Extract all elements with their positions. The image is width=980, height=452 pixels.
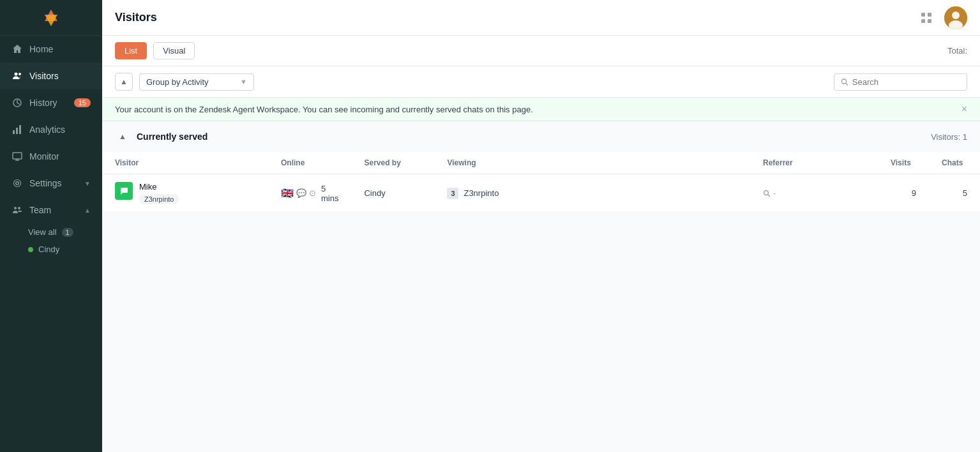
alert-message: Your account is on the Zendesk Agent Wor… <box>115 105 533 114</box>
total-label: Total: <box>947 46 967 56</box>
svg-point-2 <box>15 73 18 76</box>
referrer-cell: - <box>750 174 878 213</box>
collapse-button[interactable]: ▲ <box>115 73 133 91</box>
search-input[interactable] <box>852 77 960 87</box>
svg-point-20 <box>764 190 769 195</box>
col-chats: Chats <box>929 152 980 174</box>
sidebar-item-home-label: Home <box>29 44 91 54</box>
visits-value: 9 <box>912 188 916 198</box>
visits-cell: 9 <box>878 174 929 213</box>
visitor-cell: Mike Z3nrpinto <box>102 174 268 213</box>
history-icon <box>11 97 23 109</box>
section-header: ▲ Currently served Visitors: 1 <box>102 121 980 152</box>
team-icon <box>11 204 23 216</box>
viewing-page: Z3nrpinto <box>464 188 499 198</box>
settings-arrow-icon: ▼ <box>84 180 91 187</box>
col-visits: Visits <box>878 152 929 174</box>
status-icons: 🇬🇧 💬 ⊙ 5 mins <box>281 184 338 203</box>
settings-icon <box>11 177 23 189</box>
svg-line-21 <box>768 194 771 197</box>
visitors-icon <box>11 70 23 82</box>
app-logo-icon <box>40 10 63 26</box>
sidebar-item-analytics[interactable]: Analytics <box>0 116 102 143</box>
grid-view-button[interactable] <box>916 8 937 28</box>
sidebar-item-settings-label: Settings <box>29 178 78 188</box>
referrer-search-icon <box>763 190 771 197</box>
group-by-dropdown[interactable]: Group by Activity ▼ <box>139 73 254 91</box>
search-box[interactable] <box>834 73 967 91</box>
search-icon <box>841 78 848 86</box>
chats-value: 5 <box>963 188 967 198</box>
alert-close-button[interactable]: × <box>961 104 967 114</box>
team-arrow-icon: ▲ <box>84 207 91 214</box>
team-cindy[interactable]: Cindy <box>0 241 102 258</box>
online-dot-icon <box>28 247 33 252</box>
grid-icon <box>921 12 932 24</box>
referrer-value: - <box>773 188 776 198</box>
col-viewing: Viewing <box>434 152 750 174</box>
col-visitor: Visitor <box>102 152 268 174</box>
sidebar-item-settings[interactable]: Settings ▼ <box>0 170 102 197</box>
sidebar-item-analytics-label: Analytics <box>29 124 91 135</box>
sidebar-item-history[interactable]: History 15 <box>0 89 102 116</box>
user-avatar[interactable] <box>944 6 967 29</box>
table-row[interactable]: Mike Z3nrpinto 🇬🇧 💬 ⊙ 5 mins <box>102 174 980 213</box>
page-title: Visitors <box>115 11 157 24</box>
col-referrer: Referrer <box>750 152 878 174</box>
sidebar-item-team[interactable]: Team ▲ <box>0 197 102 223</box>
dropdown-chevron-icon: ▼ <box>240 78 247 86</box>
home-icon <box>11 43 23 55</box>
svg-point-16 <box>952 11 960 19</box>
svg-rect-12 <box>928 13 931 17</box>
svg-rect-14 <box>928 19 931 23</box>
circle-icon: ⊙ <box>309 188 316 198</box>
header-right <box>916 6 967 29</box>
visitor-tag: Z3nrpinto <box>139 194 179 204</box>
content-area: ▲ Currently served Visitors: 1 Visitor O… <box>102 121 980 452</box>
section-collapse-button[interactable]: ▲ <box>115 129 130 144</box>
list-tab-button[interactable]: List <box>115 42 147 59</box>
col-served-by: Served by <box>351 152 434 174</box>
online-cell: 🇬🇧 💬 ⊙ 5 mins <box>268 174 351 213</box>
visitor-info: Mike Z3nrpinto <box>139 182 179 204</box>
team-sub-section: View all 1 Cindy <box>0 223 102 258</box>
svg-rect-5 <box>13 130 15 134</box>
chat-status-icon <box>115 182 133 200</box>
monitor-icon <box>11 151 23 162</box>
view-toolbar: List Visual Total: <box>102 36 980 66</box>
sidebar-item-visitors-label: Visitors <box>29 71 91 81</box>
main-content: Visitors List Visual Total: <box>102 0 980 452</box>
referrer-value-cell: - <box>763 188 865 198</box>
viewing-num: 3 <box>447 188 458 199</box>
chats-cell: 5 <box>929 174 980 213</box>
sidebar-logo <box>0 0 102 36</box>
flag-icon: 🇬🇧 <box>281 187 294 199</box>
online-time: 5 mins <box>321 184 338 203</box>
chat-bubble-icon: 💬 <box>296 188 306 198</box>
svg-rect-13 <box>921 19 925 23</box>
avatar-image <box>944 6 967 29</box>
svg-point-18 <box>841 79 846 83</box>
visual-tab-button[interactable]: Visual <box>153 42 195 59</box>
served-by-cell: Cindy <box>351 174 434 213</box>
sidebar-item-visitors[interactable]: Visitors <box>0 63 102 89</box>
sidebar-item-monitor[interactable]: Monitor <box>0 143 102 170</box>
sidebar: Home Visitors History 15 Analytics <box>0 0 102 452</box>
page-header: Visitors <box>102 0 980 36</box>
col-online: Online <box>268 152 351 174</box>
history-badge: 15 <box>74 98 91 107</box>
section-visitors-count: Visitors: 1 <box>931 132 967 142</box>
team-view-all[interactable]: View all 1 <box>0 223 102 241</box>
view-all-badge: 1 <box>62 228 73 237</box>
svg-line-19 <box>846 83 848 85</box>
sidebar-item-history-label: History <box>29 98 68 108</box>
svg-rect-6 <box>16 128 18 134</box>
filter-bar: ▲ Group by Activity ▼ <box>102 66 980 98</box>
analytics-icon <box>11 124 23 135</box>
visitors-table: Visitor Online Served by Viewing Referre… <box>102 152 980 213</box>
alert-banner: Your account is on the Zendesk Agent Wor… <box>102 98 980 121</box>
sidebar-item-home[interactable]: Home <box>0 36 102 63</box>
svg-point-9 <box>14 207 17 209</box>
sidebar-item-monitor-label: Monitor <box>29 151 91 162</box>
sidebar-nav: Home Visitors History 15 Analytics <box>0 36 102 258</box>
